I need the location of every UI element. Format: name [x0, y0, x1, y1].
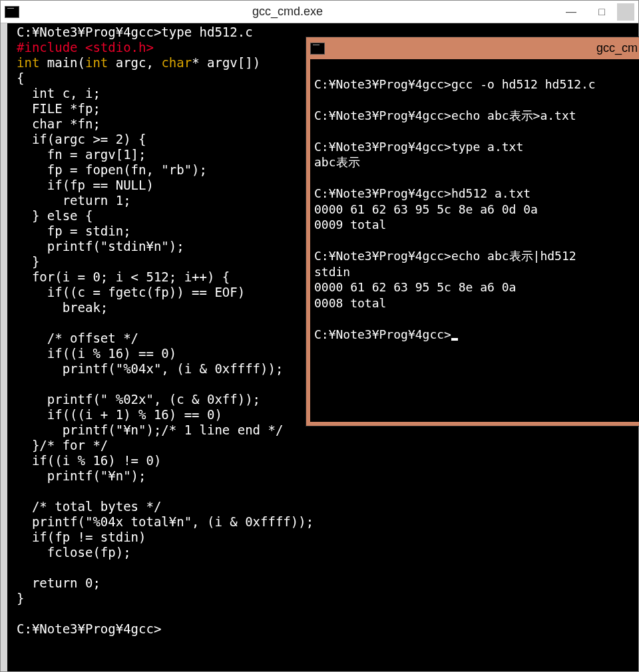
src-text: argc,	[108, 55, 161, 70]
src-body: { int c, i; FILE *fp; char *fn; if(argc …	[17, 71, 314, 605]
window-title-back: gcc_cmd.exe	[19, 5, 556, 19]
typed-cmd: type hd512.c	[161, 25, 252, 39]
cmd-icon	[5, 6, 19, 18]
kw-int: int	[85, 55, 108, 70]
window-title-front: gcc_cm	[325, 41, 639, 55]
src-include: #include <stdio.h>	[17, 40, 154, 55]
prompt: C:¥Note3¥Prog¥4gcc>	[314, 327, 451, 341]
cmd-window-front: gcc_cm C:¥Note3¥Prog¥4gcc>gcc -o hd512 h…	[306, 37, 639, 426]
cursor-icon	[451, 338, 458, 341]
terminal-front[interactable]: C:¥Note3¥Prog¥4gcc>gcc -o hd512 hd512.c …	[310, 59, 639, 422]
src-text: * argv[])	[192, 55, 260, 70]
window-controls-back: — □	[556, 3, 634, 21]
kw-int: int	[17, 55, 39, 70]
titlebar-back[interactable]: gcc_cmd.exe — □	[1, 1, 638, 23]
maximize-button[interactable]: □	[586, 3, 617, 21]
src-text: main(	[39, 55, 85, 70]
minimize-button[interactable]: —	[556, 3, 586, 21]
cmd-icon	[310, 43, 325, 55]
titlebar-front[interactable]: gcc_cm	[306, 37, 639, 59]
kw-char: char	[161, 55, 192, 70]
prompt: C:¥Note3¥Prog¥4gcc>	[17, 25, 161, 39]
close-button[interactable]	[617, 3, 634, 21]
terminal-output: C:¥Note3¥Prog¥4gcc>gcc -o hd512 hd512.c …	[314, 77, 596, 310]
prompt: C:¥Note3¥Prog¥4gcc>	[17, 621, 161, 636]
